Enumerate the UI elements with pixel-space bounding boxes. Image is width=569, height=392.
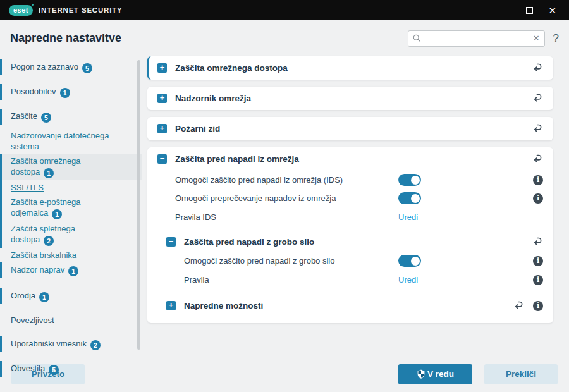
sidebar-item-zascita-brskalnika[interactable]: Zaščita brskalnika [0, 248, 142, 262]
section-header[interactable]: + Nadzornik omrežja [147, 87, 553, 110]
setting-row-ids-enable: Omogoči zaščito pred napadi iz omrežja (… [147, 171, 553, 189]
maximize-icon[interactable] [526, 7, 533, 14]
sidebar-item-uporabniski-vmesnik[interactable]: Uporabniški vmesnik2 [0, 336, 142, 352]
badge: 1 [68, 266, 78, 276]
section-network-access-protection: + Zaščita omrežnega dostopa [147, 56, 553, 80]
sidebar-item-zascite[interactable]: Zaščite5 [0, 109, 142, 125]
search-box[interactable]: ✕ [408, 30, 545, 47]
badge: 1 [52, 209, 62, 219]
help-icon[interactable]: ? [553, 32, 559, 45]
setting-label: Pravila IDS [175, 212, 398, 222]
uac-shield-icon [417, 369, 425, 379]
section-network-inspector: + Nadzornik omrežja [147, 87, 553, 110]
info-icon[interactable]: i [533, 175, 543, 185]
info-icon[interactable]: i [533, 275, 543, 285]
section-network-attack-protection: − Zaščita pred napadi iz omrežja Omogoči… [147, 147, 553, 323]
setting-row-brute-force-enable: Omogoči zaščito pred napadi z grobo silo… [156, 252, 553, 270]
badge: 2 [90, 340, 101, 350]
badge: 2 [44, 236, 54, 246]
revert-icon[interactable] [532, 63, 543, 73]
subsection-header[interactable]: + Napredne možnosti i [156, 296, 553, 315]
product-name: INTERNET SECURITY [39, 6, 122, 14]
section-firewall: + Požarni zid [147, 117, 553, 140]
sidebar-item-zascita-e-postnega-odjemalca[interactable]: Zaščita e-poštnega odjemalca1 [0, 195, 142, 221]
edit-link[interactable]: Uredi [398, 275, 418, 285]
expand-plus-icon[interactable]: + [157, 124, 167, 133]
badge: 5 [49, 365, 59, 375]
section-title: Požarni zid [175, 124, 523, 133]
subsection-title: Zaščita pred napadi z grobo silo [184, 237, 523, 247]
setting-label: Omogoči zaščito pred napadi iz omrežja (… [175, 175, 398, 185]
sidebar-item-obvestila[interactable]: Obvestila5 [0, 361, 142, 377]
badge: 1 [60, 88, 70, 98]
ok-button-label: V redu [427, 369, 454, 379]
section-header[interactable]: − Zaščita pred napadi iz omrežja [147, 147, 553, 171]
expand-plus-icon[interactable]: + [157, 94, 167, 103]
subsection-title: Napredne možnosti [184, 301, 505, 310]
sidebar-item-zascita-spletnega-dostopa[interactable]: Zaščita spletnega dostopa2 [0, 221, 142, 248]
setting-label: Omogoči preprečevanje napadov iz omrežja [175, 193, 398, 203]
setting-label: Omogoči zaščito pred napadi z grobo silo [184, 256, 398, 266]
revert-icon[interactable] [532, 123, 543, 134]
cancel-button[interactable]: Prekliči [484, 364, 558, 384]
badge: 1 [44, 168, 54, 178]
sidebar-item-posodobitev[interactable]: Posodobitev1 [0, 84, 142, 100]
revert-icon[interactable] [532, 154, 543, 164]
collapse-minus-icon[interactable]: − [157, 154, 167, 164]
edit-link[interactable]: Uredi [398, 212, 418, 222]
search-input[interactable] [425, 34, 533, 43]
search-clear-icon[interactable]: ✕ [533, 34, 540, 42]
header-right: ✕ ? [408, 30, 559, 47]
close-icon[interactable]: ✕ [548, 6, 556, 15]
section-header[interactable]: + Požarni zid [147, 117, 553, 140]
section-title: Zaščita omrežnega dostopa [175, 63, 523, 73]
info-icon[interactable]: i [533, 256, 543, 266]
expand-plus-icon[interactable]: + [166, 301, 176, 310]
revert-icon[interactable] [532, 236, 543, 247]
search-icon [413, 34, 421, 42]
sidebar-item-ssl-tls[interactable]: SSL/TLS [0, 180, 142, 195]
eset-logo: eset [9, 5, 33, 16]
subsection-advanced-options: + Napredne možnosti i [147, 296, 553, 315]
window-controls: ✕ [526, 6, 560, 15]
subsection-header[interactable]: − Zaščita pred napadi z grobo silo [156, 232, 553, 252]
sidebar: Pogon za zaznavo5 Posodobitev1 Zaščite5 … [0, 56, 142, 356]
settings-panel: + Zaščita omrežnega dostopa + Nadzornik … [142, 56, 569, 356]
badge: 5 [82, 63, 92, 73]
sidebar-item-orodja[interactable]: Orodja1 [0, 288, 142, 304]
collapse-minus-icon[interactable]: − [166, 237, 176, 247]
setting-row-ids-rules: Pravila IDS Uredi [147, 207, 553, 227]
page-title: Napredne nastavitve [10, 32, 121, 45]
header: Napredne nastavitve ✕ ? [0, 20, 569, 56]
toggle-on[interactable] [398, 255, 421, 267]
sidebar-item-zascita-omreznega-dostopa[interactable]: Zaščita omrežnega dostopa1 [0, 154, 142, 180]
sidebar-item-nadzor-naprav[interactable]: Nadzor naprav1 [0, 262, 142, 278]
toggle-on[interactable] [398, 192, 421, 204]
ok-button[interactable]: V redu [398, 364, 472, 384]
sidebar-item-pogon-za-zaznavo[interactable]: Pogon za zaznavo5 [0, 59, 142, 75]
setting-row-attack-prevention: Omogoči preprečevanje napadov iz omrežja… [147, 189, 553, 207]
section-title: Zaščita pred napadi iz omrežja [175, 154, 523, 164]
sidebar-scrollbar[interactable] [137, 60, 140, 350]
info-icon[interactable]: i [533, 193, 543, 204]
section-header[interactable]: + Zaščita omrežnega dostopa [149, 56, 553, 80]
info-icon[interactable]: i [533, 301, 543, 311]
section-title: Nadzornik omrežja [175, 94, 523, 103]
expand-plus-icon[interactable]: + [157, 63, 167, 73]
badge: 1 [39, 292, 49, 302]
sidebar-item-povezljivost[interactable]: Povezljivost [0, 313, 142, 328]
toggle-on[interactable] [398, 174, 421, 186]
subsection-brute-force-protection: − Zaščita pred napadi z grobo silo Omogo… [147, 232, 553, 290]
badge: 5 [41, 113, 51, 123]
revert-icon[interactable] [532, 93, 543, 104]
sidebar-item-nadzorovanje-datotecnega-sistema[interactable]: Nadzorovanje datotečnega sistema [0, 128, 142, 154]
body: Pogon za zaznavo5 Posodobitev1 Zaščite5 … [0, 56, 569, 356]
setting-row-rules: Pravila Uredi i [156, 270, 553, 290]
revert-icon[interactable] [513, 300, 524, 311]
titlebar: eset INTERNET SECURITY ✕ [0, 0, 569, 20]
setting-label: Pravila [184, 275, 398, 285]
